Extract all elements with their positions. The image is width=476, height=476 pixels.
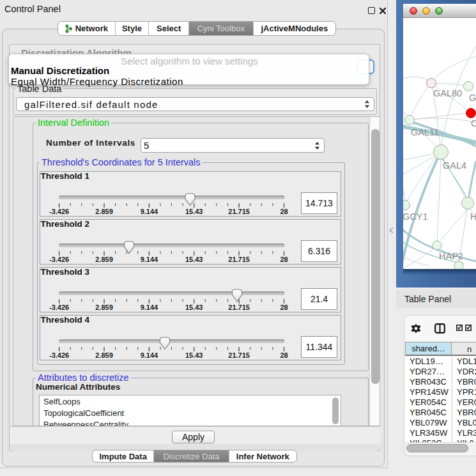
svg-text:28: 28 [280,351,288,359]
svg-text:C: C [471,118,476,128]
svg-text:H: H [470,211,476,222]
svg-text:21.715: 21.715 [228,303,250,311]
svg-text:2.859: 2.859 [95,303,113,311]
svg-text:2.859: 2.859 [95,208,113,215]
svg-text:2.859: 2.859 [95,351,113,359]
svg-text:-3.426: -3.426 [49,208,69,215]
svg-text:-3.426: -3.426 [49,256,69,263]
svg-text:GAL80: GAL80 [433,88,462,98]
svg-text:GAL4: GAL4 [443,160,466,171]
svg-text:9.144: 9.144 [141,303,158,311]
svg-text:G.: G. [469,93,476,103]
svg-text:2.859: 2.859 [95,256,113,263]
svg-text:15.43: 15.43 [185,208,203,215]
svg-text:21.715: 21.715 [228,351,250,359]
svg-text:9.144: 9.144 [141,208,158,215]
svg-text:28: 28 [280,303,288,311]
svg-text:28: 28 [280,208,288,215]
svg-text:28: 28 [280,256,288,263]
svg-text:9.144: 9.144 [141,351,158,359]
svg-text:21.715: 21.715 [228,208,250,215]
svg-text:GAL11: GAL11 [411,127,439,137]
svg-text:21.715: 21.715 [228,256,250,263]
svg-text:GCY1: GCY1 [403,211,428,222]
svg-text:9.144: 9.144 [141,256,158,263]
svg-text:HAP2: HAP2 [439,251,463,261]
svg-text:15.43: 15.43 [185,351,203,359]
svg-text:-3.426: -3.426 [49,303,69,311]
svg-text:-3.426: -3.426 [49,351,69,359]
svg-text:15.43: 15.43 [185,303,203,311]
svg-text:15.43: 15.43 [185,256,203,263]
